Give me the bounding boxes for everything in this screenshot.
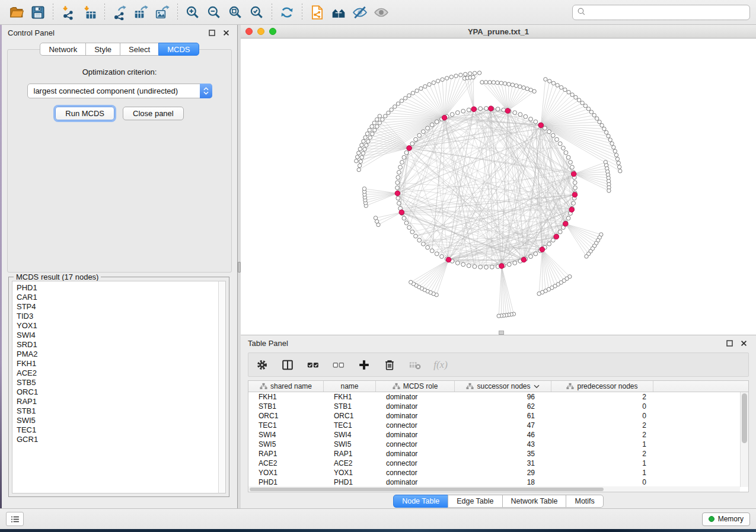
- tab-mcds[interactable]: MCDS: [158, 43, 199, 56]
- tab-network[interactable]: Network: [40, 43, 86, 56]
- table-body: FKH1FKH1dominator962STB1STB1dominator620…: [248, 392, 740, 487]
- network-window-title: YPA_prune.txt_1: [241, 27, 756, 36]
- save-session-button[interactable]: [27, 2, 49, 23]
- import-table-button[interactable]: [79, 2, 100, 23]
- cell-predecessor-nodes: 2: [551, 421, 653, 430]
- trash-icon: [383, 358, 396, 371]
- mcds-result-item[interactable]: STB5: [17, 378, 225, 387]
- mcds-result-item[interactable]: PHD1: [17, 283, 225, 293]
- mcds-result-item[interactable]: STP4: [17, 302, 225, 312]
- export-table-icon: [133, 5, 149, 20]
- mcds-result-item[interactable]: SWI5: [17, 416, 225, 425]
- close-table-panel-icon[interactable]: [738, 339, 749, 348]
- zoom-in-button[interactable]: [182, 2, 203, 23]
- cell-MCDS-role: dominator: [376, 450, 455, 458]
- create-column-button[interactable]: [356, 357, 372, 373]
- zoom-out-button[interactable]: [203, 2, 225, 23]
- export-network-button[interactable]: [109, 2, 130, 23]
- scrollbar-thumb[interactable]: [742, 393, 747, 443]
- toolbar-separator: [272, 4, 272, 21]
- delete-columns-button[interactable]: [382, 357, 397, 373]
- table-row[interactable]: FKH1FKH1dominator962: [248, 392, 740, 402]
- export-table-button[interactable]: [130, 2, 152, 23]
- close-traffic-light[interactable]: [245, 28, 253, 35]
- mcds-result-item[interactable]: YOX1: [17, 321, 225, 331]
- search-input[interactable]: [586, 7, 746, 18]
- mcds-result-item[interactable]: TEC1: [17, 425, 225, 435]
- refresh-icon: [279, 5, 295, 20]
- mcds-result-item[interactable]: ORC1: [17, 387, 225, 397]
- tab-motifs[interactable]: Motifs: [566, 495, 603, 508]
- table-row[interactable]: STB1STB1dominator620: [248, 402, 740, 411]
- zoom-selected-button[interactable]: [246, 2, 267, 23]
- new-network-from-selection-button[interactable]: [307, 2, 328, 23]
- mcds-result-item[interactable]: PMA2: [17, 350, 225, 359]
- tab-edge-table[interactable]: Edge Table: [448, 495, 502, 508]
- mcds-result-item[interactable]: TID3: [17, 312, 225, 321]
- tab-network-table[interactable]: Network Table: [502, 495, 567, 508]
- mcds-result-item[interactable]: CAR1: [17, 293, 225, 302]
- minimize-traffic-light[interactable]: [257, 28, 264, 35]
- table-row[interactable]: RAP1RAP1dominator352: [248, 449, 740, 459]
- mcds-result-item[interactable]: RAP1: [17, 397, 225, 406]
- float-panel-icon[interactable]: [206, 28, 217, 38]
- cell-MCDS-role: dominator: [376, 402, 455, 411]
- column-header-predecessor-nodes[interactable]: predecessor nodes: [551, 381, 653, 392]
- zoom-fit-button[interactable]: [225, 2, 246, 23]
- table-row[interactable]: ORC1ORC1dominator610: [248, 411, 740, 421]
- export-image-button[interactable]: [152, 2, 173, 23]
- column-header-shared-name[interactable]: shared name: [248, 381, 324, 392]
- mcds-result-item[interactable]: FKH1: [17, 359, 225, 368]
- tab-select[interactable]: Select: [120, 43, 159, 56]
- memory-button[interactable]: Memory: [702, 512, 750, 526]
- close-panel-button[interactable]: Close panel: [123, 107, 184, 120]
- run-mcds-button[interactable]: Run MCDS: [55, 107, 114, 120]
- import-network-button[interactable]: [58, 2, 79, 23]
- maximize-traffic-light[interactable]: [269, 28, 276, 35]
- scrollbar-thumb[interactable]: [250, 488, 604, 491]
- table-row[interactable]: ACE2ACE2connector311: [248, 459, 740, 468]
- hide-selected-button[interactable]: [349, 2, 371, 23]
- mcds-result-item[interactable]: ACE2: [17, 368, 225, 378]
- doc-share-icon: [310, 5, 325, 20]
- canvas-resize-grip[interactable]: [499, 331, 504, 335]
- table-row[interactable]: PHD1PHD1dominator180: [248, 477, 740, 487]
- deselect-all-button[interactable]: [331, 357, 346, 373]
- table-panel-header: Table Panel: [241, 335, 756, 351]
- tab-style[interactable]: Style: [85, 43, 120, 56]
- column-header-name[interactable]: name: [324, 381, 376, 392]
- mcds-result-item[interactable]: SRD1: [17, 340, 225, 350]
- table-row[interactable]: SWI4SWI4dominator462: [248, 430, 740, 440]
- table-vertical-scrollbar[interactable]: [740, 392, 748, 487]
- cell-successor-nodes: 35: [455, 450, 551, 458]
- close-panel-icon[interactable]: [221, 28, 231, 38]
- table-x-icon: [409, 358, 422, 371]
- table-mode-button[interactable]: [254, 357, 270, 373]
- tab-node-table[interactable]: Node Table: [393, 495, 448, 508]
- table-horizontal-scrollbar[interactable]: [248, 486, 740, 492]
- network-graph-svg[interactable]: [241, 39, 756, 335]
- column-header-successor-nodes[interactable]: successor nodes: [455, 381, 551, 392]
- table-row[interactable]: SWI5SWI5connector431: [248, 440, 740, 449]
- panel-menu-button[interactable]: [6, 512, 24, 526]
- float-table-panel-icon[interactable]: [724, 339, 735, 348]
- table-row[interactable]: TEC1TEC1connector472: [248, 421, 740, 430]
- mcds-list-scrollbar[interactable]: [218, 281, 226, 493]
- first-neighbors-button[interactable]: [328, 2, 349, 23]
- network-canvas[interactable]: [241, 39, 756, 335]
- toggle-column-display-button[interactable]: [280, 357, 295, 373]
- show-all-button[interactable]: [371, 2, 392, 23]
- mcds-result-item[interactable]: SWI4: [17, 331, 225, 340]
- mcds-result-item[interactable]: STB1: [17, 406, 225, 416]
- open-file-button[interactable]: [6, 2, 27, 23]
- table-row[interactable]: YOX1YOX1connector291: [248, 468, 740, 477]
- network-view-window: YPA_prune.txt_1: [241, 25, 756, 335]
- optimization-criterion-select[interactable]: largest connected component (undirected): [27, 84, 212, 98]
- mcds-result-item[interactable]: GCR1: [17, 435, 225, 444]
- column-header-MCDS-role[interactable]: MCDS role: [376, 381, 455, 392]
- select-all-button[interactable]: [305, 357, 321, 373]
- cell-name: SWI4: [324, 431, 376, 439]
- zoom-in-icon: [185, 5, 200, 20]
- control-panel-header: Control Panel: [2, 25, 237, 41]
- apply-layout-button[interactable]: [276, 2, 298, 23]
